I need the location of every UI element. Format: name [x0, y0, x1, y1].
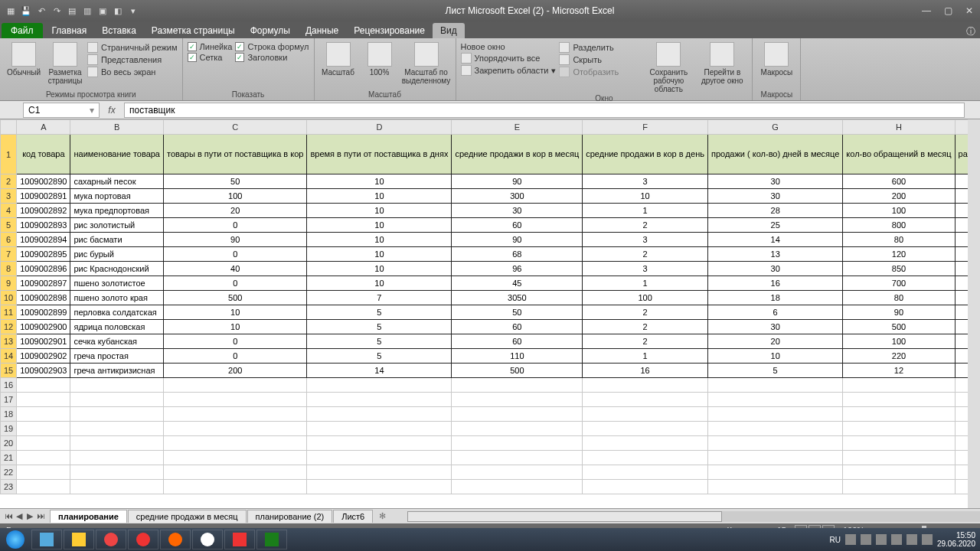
- cell[interactable]: 18: [707, 291, 842, 305]
- cell[interactable]: 80: [843, 291, 955, 305]
- cell[interactable]: [307, 436, 452, 451]
- cell[interactable]: 5: [707, 364, 842, 378]
- row-header[interactable]: 20: [1, 436, 17, 451]
- cell[interactable]: 10: [307, 204, 452, 218]
- vertical-scrollbar[interactable]: [968, 119, 980, 511]
- row-header[interactable]: 21: [1, 451, 17, 465]
- cell[interactable]: [707, 465, 842, 480]
- cell[interactable]: [70, 480, 164, 494]
- sheet-tab[interactable]: средние продажи в месяц: [128, 510, 247, 523]
- cell[interactable]: [70, 378, 164, 393]
- cell[interactable]: 100: [583, 291, 708, 305]
- cell[interactable]: 1009002900: [17, 320, 70, 334]
- cell[interactable]: [17, 378, 70, 393]
- tray-icon[interactable]: [906, 534, 917, 545]
- cell[interactable]: 200: [843, 189, 955, 204]
- row-header[interactable]: 17: [1, 393, 17, 407]
- cell[interactable]: 20: [707, 334, 842, 349]
- cell[interactable]: 30: [707, 320, 842, 334]
- cell[interactable]: 14: [707, 233, 842, 247]
- cell[interactable]: 7: [307, 291, 452, 305]
- cell[interactable]: перловка солдатская: [70, 305, 164, 320]
- cell[interactable]: 800: [843, 218, 955, 233]
- cell[interactable]: [307, 378, 452, 393]
- cell[interactable]: 100: [163, 189, 306, 204]
- cell[interactable]: 2: [583, 334, 708, 349]
- cell[interactable]: [843, 393, 955, 407]
- row-header[interactable]: 13: [1, 334, 17, 349]
- taskbar-app[interactable]: [64, 530, 94, 549]
- minimize-button[interactable]: —: [916, 3, 937, 18]
- window-icon[interactable]: [625, 54, 637, 65]
- close-button[interactable]: ✕: [959, 3, 980, 18]
- row-header[interactable]: 10: [1, 291, 17, 305]
- cell[interactable]: 110: [452, 349, 583, 364]
- row-header[interactable]: 23: [1, 480, 17, 494]
- row-header[interactable]: 18: [1, 407, 17, 422]
- cell[interactable]: [70, 436, 164, 451]
- table-column-header[interactable]: продажи ( кол-во) дней в месяце: [707, 135, 842, 174]
- cell[interactable]: [17, 451, 70, 465]
- row-header[interactable]: 11: [1, 305, 17, 320]
- undo-icon[interactable]: ↶: [35, 5, 47, 17]
- tray-icon[interactable]: [891, 534, 902, 545]
- tray-icon[interactable]: [845, 534, 856, 545]
- cell[interactable]: 90: [452, 174, 583, 189]
- cell[interactable]: 0: [163, 334, 306, 349]
- qat-icon[interactable]: ▥: [81, 5, 93, 17]
- new-sheet-icon[interactable]: ✻: [373, 511, 392, 521]
- cell[interactable]: [583, 451, 708, 465]
- sheet-nav-next-icon[interactable]: ▶: [24, 511, 35, 521]
- cell[interactable]: 1009002894: [17, 233, 70, 247]
- start-button[interactable]: [0, 529, 31, 550]
- column-header[interactable]: E: [452, 120, 583, 135]
- ribbon-tab[interactable]: Формулы: [243, 23, 298, 38]
- cell[interactable]: [307, 480, 452, 494]
- cell[interactable]: 10: [307, 233, 452, 247]
- cell[interactable]: 96: [452, 262, 583, 276]
- cell[interactable]: [583, 378, 708, 393]
- cell[interactable]: [70, 465, 164, 480]
- cell[interactable]: 16: [583, 364, 708, 378]
- cell[interactable]: [163, 407, 306, 422]
- cell[interactable]: [452, 465, 583, 480]
- cell[interactable]: 1009002891: [17, 189, 70, 204]
- cell[interactable]: [583, 465, 708, 480]
- cell[interactable]: 12: [843, 364, 955, 378]
- save-icon[interactable]: 💾: [20, 5, 32, 17]
- cell[interactable]: 10: [307, 276, 452, 291]
- window-icon[interactable]: [625, 42, 637, 53]
- table-column-header[interactable]: товары в пути от поставщика в кор: [163, 135, 306, 174]
- taskbar-excel[interactable]: [256, 530, 287, 549]
- cell[interactable]: [583, 393, 708, 407]
- cell[interactable]: [583, 480, 708, 494]
- row-header[interactable]: 7: [1, 247, 17, 262]
- cell[interactable]: 30: [707, 262, 842, 276]
- file-tab[interactable]: Файл: [2, 23, 43, 38]
- cell[interactable]: [843, 436, 955, 451]
- new-window-button[interactable]: Новое окно: [461, 42, 557, 51]
- ribbon-tab[interactable]: Главная: [44, 23, 95, 38]
- cell[interactable]: 60: [452, 320, 583, 334]
- cell[interactable]: 90: [452, 233, 583, 247]
- cell[interactable]: 500: [843, 320, 955, 334]
- row-header[interactable]: 9: [1, 276, 17, 291]
- cell[interactable]: ядрица половская: [70, 320, 164, 334]
- row-header[interactable]: 5: [1, 218, 17, 233]
- cell[interactable]: 1009002893: [17, 218, 70, 233]
- cell[interactable]: 16: [707, 276, 842, 291]
- taskbar-app[interactable]: [128, 530, 158, 549]
- cell[interactable]: 60: [452, 218, 583, 233]
- cell[interactable]: [70, 422, 164, 436]
- cell[interactable]: 1: [583, 204, 708, 218]
- cell[interactable]: 1009002890: [17, 174, 70, 189]
- cell[interactable]: [17, 422, 70, 436]
- cell[interactable]: [707, 407, 842, 422]
- column-header[interactable]: D: [307, 120, 452, 135]
- tray-icon[interactable]: [876, 534, 887, 545]
- cell[interactable]: 30: [707, 174, 842, 189]
- normal-view-button[interactable]: Обычный: [5, 41, 43, 77]
- help-icon[interactable]: ⓘ: [966, 25, 980, 38]
- cell[interactable]: [452, 422, 583, 436]
- row-header[interactable]: 16: [1, 378, 17, 393]
